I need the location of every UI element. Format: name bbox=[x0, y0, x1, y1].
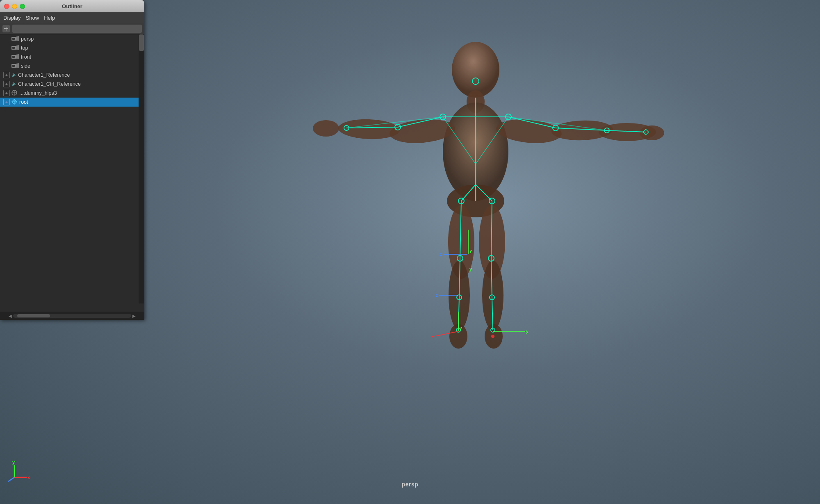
search-bar bbox=[0, 23, 144, 34]
scroll-left-arrow[interactable]: ◀ bbox=[7, 313, 13, 319]
expand-char1-ctrl-ref[interactable]: + bbox=[3, 81, 10, 87]
camera-icon-front bbox=[11, 54, 19, 60]
window-title: Outliner bbox=[62, 3, 82, 9]
svg-text:y: y bbox=[469, 267, 472, 271]
item-label-root: root bbox=[19, 99, 28, 105]
close-button[interactable] bbox=[4, 4, 9, 9]
scrollbar-thumb[interactable] bbox=[139, 34, 144, 51]
menu-show[interactable]: Show bbox=[26, 15, 39, 21]
outliner-item-side[interactable]: side bbox=[0, 62, 139, 71]
svg-line-90 bbox=[8, 477, 14, 481]
svg-text:y: y bbox=[460, 326, 462, 331]
svg-text:y: y bbox=[526, 329, 528, 334]
traffic-lights bbox=[4, 4, 25, 9]
outliner-panel: Outliner Display Show Help bbox=[0, 0, 144, 320]
outliner-list-container: persp top bbox=[0, 34, 144, 312]
svg-rect-80 bbox=[12, 65, 15, 67]
svg-text:z: z bbox=[436, 293, 438, 298]
minimize-button[interactable] bbox=[12, 4, 17, 9]
svg-text:x: x bbox=[27, 475, 30, 480]
dummy-icon bbox=[11, 90, 17, 96]
item-label-char1-ref: Character1_Reference bbox=[18, 72, 70, 78]
svg-marker-76 bbox=[16, 54, 19, 59]
item-label-char1-ctrl-ref: Character1_Ctrl_Reference bbox=[18, 81, 81, 87]
outliner-item-top[interactable]: top bbox=[0, 43, 139, 52]
svg-text:x: x bbox=[431, 334, 434, 339]
viewport-label: persp bbox=[402, 481, 419, 488]
search-input[interactable] bbox=[12, 25, 142, 33]
svg-text:y: y bbox=[469, 248, 472, 253]
maximize-button[interactable] bbox=[20, 4, 25, 9]
svg-point-5 bbox=[313, 120, 339, 137]
svg-marker-70 bbox=[16, 36, 19, 41]
item-label-front: front bbox=[21, 54, 31, 60]
axis-gizmo: x y bbox=[8, 459, 33, 483]
item-label-dummy-hips3: ...:dummy_hips3 bbox=[19, 90, 57, 96]
svg-marker-79 bbox=[16, 63, 19, 68]
reference-icon-2: ✳ bbox=[11, 81, 16, 87]
menu-bar: Display Show Help bbox=[0, 12, 144, 23]
character-viewport[interactable]: z y y z y x y bbox=[156, 25, 795, 476]
camera-icon-side bbox=[11, 63, 19, 69]
reference-icon-1: ✳ bbox=[11, 72, 16, 78]
svg-marker-73 bbox=[16, 45, 19, 50]
outliner-item-root[interactable]: + root bbox=[0, 98, 139, 107]
outliner-item-persp[interactable]: persp bbox=[0, 34, 139, 43]
h-scroll-track[interactable] bbox=[13, 314, 131, 318]
outliner-item-char1-ref[interactable]: + ✳ Character1_Reference bbox=[0, 71, 139, 80]
expand-char1-ref[interactable]: + bbox=[3, 72, 10, 78]
menu-display[interactable]: Display bbox=[3, 15, 21, 21]
outliner-list: persp top bbox=[0, 34, 144, 107]
outliner-item-char1-ctrl-ref[interactable]: + ✳ Character1_Ctrl_Reference bbox=[0, 80, 139, 89]
camera-icon-top bbox=[11, 45, 19, 51]
svg-point-4 bbox=[338, 118, 400, 140]
title-bar: Outliner bbox=[0, 0, 144, 12]
svg-rect-77 bbox=[12, 56, 15, 58]
svg-rect-68 bbox=[6, 27, 7, 31]
search-icon bbox=[2, 25, 10, 32]
svg-point-0 bbox=[452, 42, 499, 98]
item-label-side: side bbox=[21, 63, 30, 69]
outliner-item-front[interactable]: front bbox=[0, 52, 139, 62]
expand-root[interactable]: + bbox=[3, 99, 10, 105]
item-label-top: top bbox=[21, 45, 28, 51]
svg-rect-74 bbox=[12, 47, 15, 49]
svg-rect-71 bbox=[12, 38, 15, 40]
h-scroll-thumb[interactable] bbox=[17, 314, 50, 317]
outliner-item-dummy-hips3[interactable]: + ...:dummy_hips3 bbox=[0, 89, 139, 98]
menu-help[interactable]: Help bbox=[44, 15, 55, 21]
svg-text:z: z bbox=[440, 252, 442, 257]
camera-icon bbox=[11, 36, 19, 42]
horizontal-scrollbar-container: ◀ ▶ bbox=[0, 312, 144, 320]
expand-dummy-hips3[interactable]: + bbox=[3, 90, 10, 96]
vertical-scrollbar[interactable] bbox=[139, 34, 144, 303]
scroll-right-arrow[interactable]: ▶ bbox=[131, 313, 137, 319]
svg-text:y: y bbox=[12, 460, 15, 465]
item-label-persp: persp bbox=[21, 36, 34, 42]
svg-point-65 bbox=[491, 335, 494, 338]
root-icon bbox=[11, 99, 17, 106]
